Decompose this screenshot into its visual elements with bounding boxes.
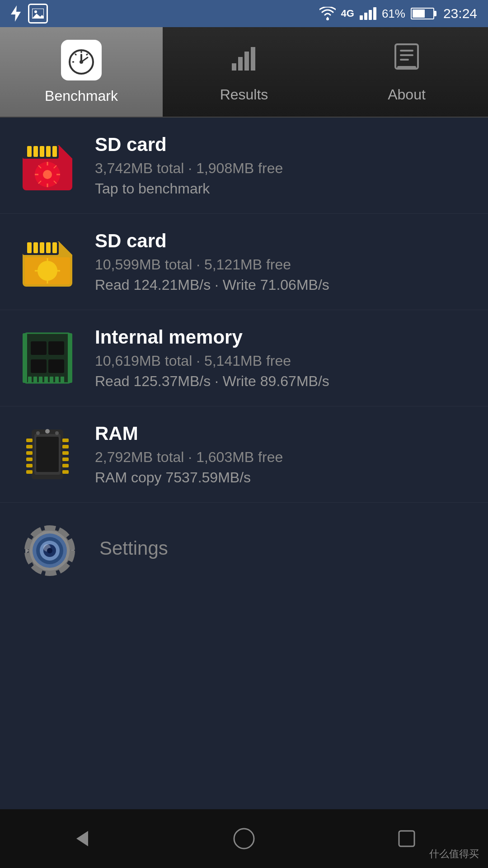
sd-card-1-icon — [18, 136, 77, 195]
svg-rect-11 — [232, 63, 236, 71]
sd-card-2-content: SD card 10,599MB total · 5,121MB free Re… — [95, 230, 470, 293]
ram-title: RAM — [95, 423, 470, 444]
svg-rect-16 — [400, 50, 413, 52]
wifi-icon — [319, 7, 336, 20]
svg-rect-14 — [251, 47, 255, 71]
tab-results-label: Results — [220, 86, 268, 103]
signal-bars — [360, 7, 376, 20]
svg-rect-81 — [62, 470, 69, 474]
nav-recents-button[interactable] — [389, 821, 425, 857]
svg-rect-57 — [68, 333, 72, 383]
svg-point-2 — [34, 10, 37, 13]
svg-rect-13 — [244, 52, 249, 71]
nav-bar — [0, 809, 488, 868]
settings-gear-icon — [18, 519, 81, 582]
svg-rect-83 — [36, 437, 59, 472]
svg-point-84 — [36, 431, 40, 435]
svg-rect-65 — [44, 377, 48, 383]
svg-marker-0 — [11, 5, 21, 22]
network-badge: 4G — [341, 8, 354, 19]
settings-title: Settings — [99, 538, 470, 559]
sd-card-2-title: SD card — [95, 230, 470, 252]
svg-rect-105 — [399, 831, 414, 846]
sd-card-1-subtitle: 3,742MB total · 1,908MB free — [95, 160, 470, 177]
svg-rect-46 — [46, 242, 51, 253]
internal-memory-content: Internal memory 10,619MB total · 5,141MB… — [95, 326, 470, 390]
nav-back-button[interactable] — [63, 821, 99, 857]
sd-card-1-title: SD card — [95, 134, 470, 156]
settings-item[interactable]: Settings — [0, 503, 488, 599]
lightning-icon — [11, 5, 21, 22]
svg-rect-56 — [23, 333, 27, 383]
svg-rect-15 — [395, 44, 418, 69]
ram-details: RAM copy 7537.59MB/s — [95, 469, 470, 486]
tab-about[interactable]: About — [325, 27, 488, 117]
svg-rect-79 — [62, 458, 69, 461]
svg-rect-77 — [62, 445, 69, 448]
svg-rect-18 — [400, 59, 409, 61]
svg-point-38 — [43, 170, 52, 179]
status-time: 23:24 — [443, 6, 477, 21]
sd-card-2-item[interactable]: SD card 10,599MB total · 5,121MB free Re… — [0, 214, 488, 310]
tab-about-label: About — [388, 86, 426, 103]
svg-rect-26 — [40, 146, 44, 157]
svg-point-101 — [47, 548, 52, 553]
sd-card-2-details: Read 124.21MB/s · Write 71.06MB/s — [95, 277, 470, 293]
svg-marker-103 — [76, 831, 88, 846]
svg-rect-25 — [33, 146, 38, 157]
svg-rect-19 — [397, 66, 416, 69]
svg-rect-47 — [52, 242, 57, 253]
svg-rect-44 — [33, 242, 38, 253]
ram-content: RAM 2,792MB total · 1,603MB free RAM cop… — [95, 423, 470, 486]
status-left-icons — [11, 4, 48, 24]
image-icon — [28, 4, 48, 24]
svg-rect-24 — [27, 146, 32, 157]
battery-percent: 61% — [382, 7, 405, 21]
svg-rect-73 — [26, 458, 33, 461]
svg-rect-78 — [62, 451, 69, 455]
svg-rect-60 — [48, 341, 64, 355]
ram-subtitle: 2,792MB total · 1,603MB free — [95, 449, 470, 466]
svg-rect-17 — [400, 54, 413, 56]
internal-memory-subtitle: 10,619MB total · 5,141MB free — [95, 353, 470, 369]
tab-results[interactable]: Results — [163, 27, 325, 117]
svg-rect-72 — [26, 451, 33, 455]
svg-rect-58 — [31, 341, 47, 355]
svg-rect-62 — [28, 377, 32, 383]
sd-card-1-item[interactable]: SD card 3,742MB total · 1,908MB free Tap… — [0, 118, 488, 214]
svg-point-104 — [234, 829, 254, 849]
tab-benchmark[interactable]: Benchmark — [0, 27, 163, 117]
svg-rect-70 — [26, 439, 33, 442]
status-right-icons: 4G 61% 23:24 — [319, 6, 477, 21]
svg-rect-67 — [55, 377, 59, 383]
internal-memory-item[interactable]: Internal memory 10,619MB total · 5,141MB… — [0, 310, 488, 406]
sd-card-1-details: Tap to benchmark — [95, 180, 470, 197]
tab-bar: Benchmark Results About — [0, 27, 488, 118]
svg-rect-27 — [46, 146, 51, 157]
ram-icon — [18, 425, 77, 484]
nav-home-button[interactable] — [226, 821, 262, 857]
svg-rect-45 — [40, 242, 44, 253]
tab-benchmark-label: Benchmark — [45, 88, 118, 104]
svg-line-10 — [86, 54, 88, 55]
svg-rect-74 — [26, 464, 33, 467]
svg-rect-28 — [52, 146, 57, 157]
internal-memory-title: Internal memory — [95, 326, 470, 348]
svg-rect-43 — [27, 242, 32, 253]
ram-item[interactable]: RAM 2,792MB total · 1,603MB free RAM cop… — [0, 406, 488, 503]
battery-icon — [411, 8, 434, 19]
svg-point-85 — [45, 429, 50, 434]
svg-rect-12 — [238, 57, 243, 71]
benchmark-icon — [61, 40, 102, 80]
internal-memory-details: Read 125.37MB/s · Write 89.67MB/s — [95, 373, 470, 390]
svg-point-4 — [326, 18, 329, 20]
content-area: SD card 3,742MB total · 1,908MB free Tap… — [0, 118, 488, 809]
svg-point-6 — [80, 60, 83, 64]
svg-point-86 — [55, 431, 59, 435]
watermark: 什么值得买 — [429, 847, 479, 861]
sd-card-2-subtitle: 10,599MB total · 5,121MB free — [95, 256, 470, 273]
svg-marker-3 — [32, 14, 44, 19]
about-icon — [391, 41, 422, 79]
svg-rect-66 — [50, 377, 53, 383]
svg-rect-55 — [25, 333, 70, 383]
